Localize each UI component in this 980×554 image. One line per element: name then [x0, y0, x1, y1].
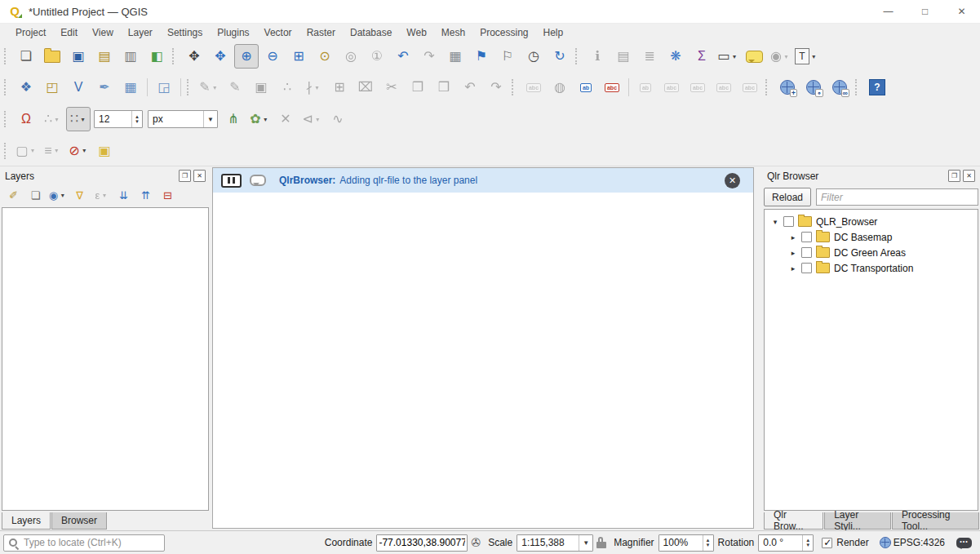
- enable-snapping-button[interactable]: Ω: [14, 107, 38, 131]
- project-open-button[interactable]: [40, 44, 64, 69]
- current-edits-dropdown[interactable]: ▾: [211, 84, 219, 91]
- new-geopackage-layer-button[interactable]: ◰: [40, 75, 64, 100]
- new-spatial-bookmark-button[interactable]: ⚑: [469, 44, 494, 69]
- menu-view[interactable]: View: [85, 24, 121, 41]
- tab-layer-styli[interactable]: Layer Styli...: [824, 512, 891, 530]
- tab-qlr-brow[interactable]: Qlr Brow...: [764, 512, 823, 530]
- minimize-button[interactable]: —: [870, 0, 907, 23]
- toolbar-grip[interactable]: [172, 48, 177, 64]
- add-group-button[interactable]: ❏: [25, 186, 46, 206]
- map-tips-button[interactable]: [742, 44, 766, 69]
- show-layout-manager-button[interactable]: ▥: [118, 44, 143, 69]
- message-close-button[interactable]: ✕: [725, 173, 740, 188]
- tree-checkbox[interactable]: [783, 216, 794, 227]
- menu-database[interactable]: Database: [343, 24, 399, 41]
- project-save-button[interactable]: ▣: [66, 44, 91, 69]
- toolbar-grip[interactable]: [765, 79, 770, 95]
- expand-icon[interactable]: ▸: [789, 233, 797, 242]
- toolbar-grip[interactable]: [4, 48, 9, 64]
- scale-caret[interactable]: ▼: [579, 535, 592, 551]
- tree-checkbox[interactable]: [801, 263, 812, 273]
- refresh-map-button[interactable]: ↻: [548, 44, 572, 69]
- pan-to-selection-button[interactable]: ✥: [208, 44, 233, 69]
- run-feature-action-dropdown[interactable]: ▾: [783, 53, 790, 60]
- zoom-out-button[interactable]: ⊖: [260, 44, 285, 69]
- zoom-in-button[interactable]: ⊕: [234, 44, 259, 69]
- menu-project[interactable]: Project: [8, 24, 53, 41]
- rotation-arrows[interactable]: ▲▼: [802, 535, 813, 551]
- zoom-last-button[interactable]: ↶: [391, 44, 415, 69]
- self-snapping-dropdown[interactable]: ▾: [314, 116, 321, 123]
- temporal-controller-button[interactable]: ◷: [521, 44, 546, 69]
- new-spatialite-layer-button[interactable]: ✒: [92, 75, 117, 100]
- layer-diagram-options-button[interactable]: abc: [600, 75, 624, 100]
- rotation-spinbox[interactable]: 0.0 ° ▲▼: [758, 534, 814, 552]
- tab-layers[interactable]: Layers: [2, 512, 51, 530]
- crs-status[interactable]: EPSG:4326: [880, 537, 945, 548]
- menu-plugins[interactable]: Plugins: [210, 24, 256, 41]
- search-geocoding-button[interactable]: ∘: [801, 75, 826, 100]
- pan-map-button[interactable]: ✥: [182, 44, 206, 69]
- toolbar-grip[interactable]: [855, 79, 860, 95]
- toolbar-grip[interactable]: [4, 143, 9, 159]
- snapping-tolerance-spinbox[interactable]: 12 ▲▼: [94, 110, 143, 128]
- show-spatial-bookmarks-button[interactable]: ⚐: [495, 44, 520, 69]
- render-checkbox[interactable]: [822, 538, 832, 548]
- menu-processing[interactable]: Processing: [472, 24, 535, 41]
- toolbar-grip[interactable]: [4, 79, 9, 95]
- menu-help[interactable]: Help: [536, 24, 571, 41]
- layer-labeling-options-button[interactable]: ab: [574, 75, 598, 100]
- layers-close-button[interactable]: ✕: [193, 170, 206, 182]
- tab-processing-tool[interactable]: Processing Tool...: [892, 512, 979, 530]
- snapping-on-intersection-button[interactable]: ✿▾: [247, 107, 272, 131]
- toolbar-grip[interactable]: [512, 79, 517, 95]
- topological-editing-button[interactable]: ⋔: [221, 107, 246, 131]
- manage-map-themes-dropdown[interactable]: ▾: [59, 192, 66, 199]
- tree-checkbox[interactable]: [801, 247, 812, 258]
- menu-layer[interactable]: Layer: [121, 24, 160, 41]
- advanced-digitizing-dropdown[interactable]: ▾: [313, 84, 321, 91]
- manage-map-themes-button[interactable]: ◉▾: [47, 186, 68, 206]
- snapping-tolerance-arrows[interactable]: ▲▼: [131, 111, 142, 127]
- measure-dropdown[interactable]: ▾: [731, 53, 738, 60]
- help-contents-button[interactable]: ?: [865, 75, 889, 100]
- snapping-type-dropdown[interactable]: ▾: [79, 116, 86, 123]
- select-features-dropdown[interactable]: ▾: [29, 147, 37, 154]
- toolbar-grip[interactable]: [4, 111, 9, 127]
- close-button[interactable]: ✕: [943, 0, 980, 23]
- new-print-layout-button[interactable]: ▤: [92, 44, 117, 69]
- map-canvas[interactable]: QlrBrowser: Adding qlr-file to the layer…: [212, 167, 754, 529]
- expand-icon[interactable]: ▸: [789, 264, 797, 273]
- new-shapefile-layer-button[interactable]: V: [66, 75, 91, 100]
- magnifier-spinbox[interactable]: 100% ▲▼: [659, 534, 714, 552]
- reload-button[interactable]: Reload: [764, 188, 811, 206]
- deselect-all-layers-dropdown[interactable]: ▾: [81, 147, 88, 154]
- measure-button[interactable]: ▭▾: [716, 44, 740, 69]
- collapse-all-button[interactable]: ⇈: [135, 186, 156, 206]
- menu-edit[interactable]: Edit: [53, 24, 85, 41]
- lock-scale-icon[interactable]: [596, 537, 606, 548]
- select-by-location-button[interactable]: ▣: [92, 139, 117, 163]
- scale-combo[interactable]: 1:115,388 ▼: [517, 534, 593, 552]
- deselect-all-layers-button[interactable]: ⊘▾: [66, 139, 91, 163]
- tree-item-dc-basemap[interactable]: ▸DC Basemap: [765, 229, 978, 245]
- menu-raster[interactable]: Raster: [299, 24, 343, 41]
- tab-browser[interactable]: Browser: [51, 512, 107, 530]
- panel-toggle-icon[interactable]: [221, 174, 242, 188]
- snapping-on-intersection-dropdown[interactable]: ▾: [262, 116, 269, 123]
- magnifier-arrows[interactable]: ▲▼: [703, 535, 713, 551]
- osm-place-search-button[interactable]: ∞: [827, 75, 852, 100]
- layers-panel-content[interactable]: [2, 207, 209, 511]
- processing-toolbox-button[interactable]: ❋: [663, 44, 688, 69]
- messages-button[interactable]: [956, 538, 972, 548]
- tree-item-dc-green-areas[interactable]: ▸DC Green Areas: [765, 245, 978, 260]
- toolbar-grip[interactable]: [187, 79, 192, 95]
- tree-item-dc-transportation[interactable]: ▸DC Transportation: [765, 260, 978, 276]
- zoom-full-button[interactable]: ⊞: [286, 44, 311, 69]
- tree-checkbox[interactable]: [801, 232, 812, 242]
- remove-layer-button[interactable]: ⊟: [157, 186, 178, 206]
- menu-web[interactable]: Web: [399, 24, 433, 41]
- snapping-all-layers-dropdown[interactable]: ▾: [53, 116, 60, 123]
- filter-legend-button[interactable]: ∇: [69, 186, 90, 206]
- expand-icon[interactable]: ▸: [789, 249, 797, 257]
